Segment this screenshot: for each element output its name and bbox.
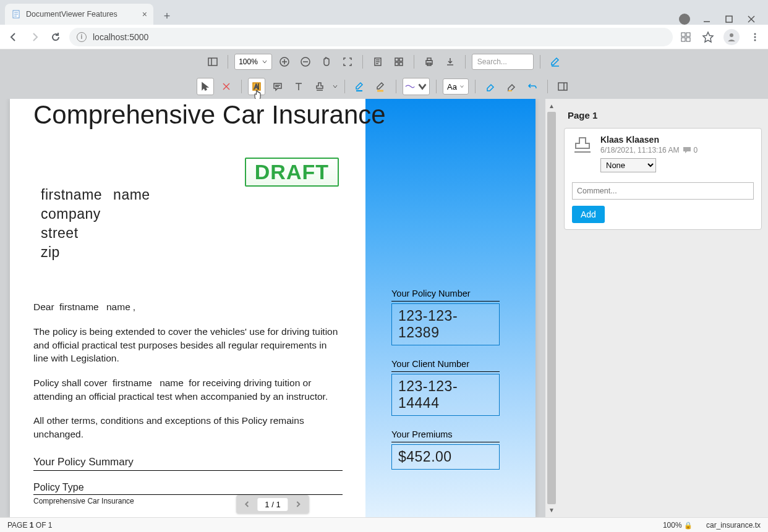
policy-type-header: Policy Type	[33, 482, 343, 495]
svg-rect-29	[395, 62, 398, 65]
svg-rect-5	[726, 16, 732, 22]
close-window-button[interactable]	[746, 14, 757, 25]
stamp-button[interactable]	[311, 78, 328, 95]
toolbar-separator	[465, 55, 466, 69]
extensions-icon[interactable]	[679, 30, 693, 44]
comment-timestamp: 6/18/2021, 11:13:16 AM	[600, 146, 679, 154]
tab-title: DocumentViewer Features	[26, 10, 117, 19]
font-style-button[interactable]: Aa	[443, 78, 469, 95]
page-indicator: 1 / 1	[257, 498, 288, 511]
draft-stamp[interactable]: DRAFT	[245, 158, 339, 187]
document-viewport[interactable]: Comprehensive Car Insurance DRAFT firstn…	[0, 99, 545, 517]
reply-count: 0	[683, 146, 698, 154]
chevron-down-icon	[262, 59, 268, 65]
site-info-icon[interactable]: i	[77, 32, 87, 42]
nav-back-button[interactable]	[6, 30, 21, 44]
scroll-thumb[interactable]	[547, 112, 556, 504]
eraser-yellow-button[interactable]	[503, 78, 520, 95]
toolbar-separator	[475, 80, 476, 93]
undo-button[interactable]	[524, 78, 541, 95]
toolbar-separator	[228, 55, 228, 69]
toolbar-separator	[436, 80, 437, 93]
toolbar-row-1: 100% Search...	[0, 49, 768, 74]
edit-annotations-button[interactable]	[547, 53, 564, 70]
policy-number-label: Your Policy Number	[391, 289, 500, 302]
prev-page-button[interactable]	[240, 497, 254, 511]
svg-rect-16	[208, 58, 217, 65]
toolbar-separator	[362, 55, 363, 69]
toolbar-separator	[540, 55, 540, 69]
add-comment-button[interactable]: Add	[572, 206, 605, 223]
download-button[interactable]	[442, 53, 459, 70]
new-tab-button[interactable]: +	[158, 7, 176, 25]
merge-firstname: firstname	[41, 185, 102, 205]
minimize-button[interactable]	[701, 14, 712, 25]
tab-close-icon[interactable]: ×	[142, 9, 147, 19]
proof-header: Proof of Insurance	[33, 517, 343, 517]
line-style-button[interactable]	[403, 78, 430, 95]
status-page-label: PAGE 1 OF 1	[7, 521, 53, 530]
zoom-select[interactable]: 100%	[234, 54, 272, 70]
grid-view-button[interactable]	[390, 53, 407, 70]
svg-rect-8	[681, 33, 685, 36]
eraser-button[interactable]	[482, 78, 499, 95]
search-placeholder: Search...	[477, 57, 507, 66]
single-page-button[interactable]	[369, 53, 386, 70]
svg-point-14	[754, 36, 756, 38]
toggle-sidebar-button[interactable]	[204, 53, 221, 70]
svg-rect-32	[427, 58, 431, 61]
incognito-icon[interactable]	[679, 14, 690, 25]
toggle-right-panel-button[interactable]	[554, 78, 571, 95]
svg-rect-10	[681, 38, 685, 41]
svg-rect-11	[686, 38, 690, 41]
bookmark-star-icon[interactable]	[701, 30, 715, 44]
merge-firstname: firstname	[110, 378, 155, 388]
letter-body: Dear firstname name, The policy is being…	[33, 300, 343, 441]
svg-rect-30	[399, 62, 403, 65]
highlight-text-button[interactable]: A	[248, 78, 265, 95]
client-number-label: Your Client Number	[391, 359, 500, 372]
body-paragraph-2a: Policy shall cover	[33, 378, 108, 388]
delete-annotation-button[interactable]	[218, 78, 235, 95]
comment-input[interactable]	[572, 182, 754, 200]
browser-tab[interactable]: DocumentViewer Features ×	[5, 4, 153, 25]
fullscreen-button[interactable]	[339, 53, 356, 70]
highlighter-yellow-button[interactable]	[372, 78, 390, 95]
client-number-value: 123-123-14444	[391, 374, 500, 416]
browser-address-bar: i localhost:5000	[0, 25, 768, 49]
merge-name: name	[113, 185, 150, 205]
maximize-button[interactable]	[723, 14, 735, 25]
toolbar-separator	[414, 55, 414, 69]
svg-point-12	[730, 33, 733, 37]
scroll-down-arrow[interactable]: ▼	[548, 507, 555, 513]
text-annotation-button[interactable]	[290, 78, 307, 95]
vertical-scrollbar[interactable]: ▲ ▼	[545, 99, 558, 517]
print-button[interactable]	[420, 53, 438, 70]
toolbar-separator	[396, 80, 396, 93]
body-paragraph-3: All other terms, conditions and exceptio…	[33, 414, 343, 441]
url-input[interactable]: i localhost:5000	[69, 28, 673, 46]
document-title: Comprehensive Car Insurance	[33, 99, 512, 130]
nav-reload-button[interactable]	[48, 30, 63, 44]
comment-button[interactable]	[269, 78, 286, 95]
scroll-up-arrow[interactable]: ▲	[548, 103, 555, 109]
svg-rect-9	[686, 33, 690, 36]
comment-author: Klaas Klaasen	[600, 135, 754, 145]
zoom-in-button[interactable]	[276, 53, 293, 70]
merge-name: name	[104, 302, 133, 312]
next-page-button[interactable]	[292, 497, 305, 511]
sidebar-page-label: Page 1	[568, 110, 762, 120]
profile-avatar-icon[interactable]	[723, 29, 740, 45]
nav-forward-button[interactable]	[27, 30, 42, 44]
highlighter-blue-button[interactable]	[351, 78, 369, 95]
browser-menu-icon[interactable]	[748, 30, 762, 44]
comment-status-select[interactable]: None	[600, 158, 656, 172]
search-input[interactable]: Search...	[472, 54, 534, 70]
chevron-down-icon[interactable]	[332, 83, 338, 90]
toolbar-separator	[241, 80, 242, 93]
select-tool-button[interactable]	[197, 78, 214, 95]
pan-hand-button[interactable]	[318, 53, 335, 70]
toolbar-separator	[547, 80, 548, 93]
chevron-down-icon	[459, 84, 464, 89]
zoom-out-button[interactable]	[297, 53, 314, 70]
